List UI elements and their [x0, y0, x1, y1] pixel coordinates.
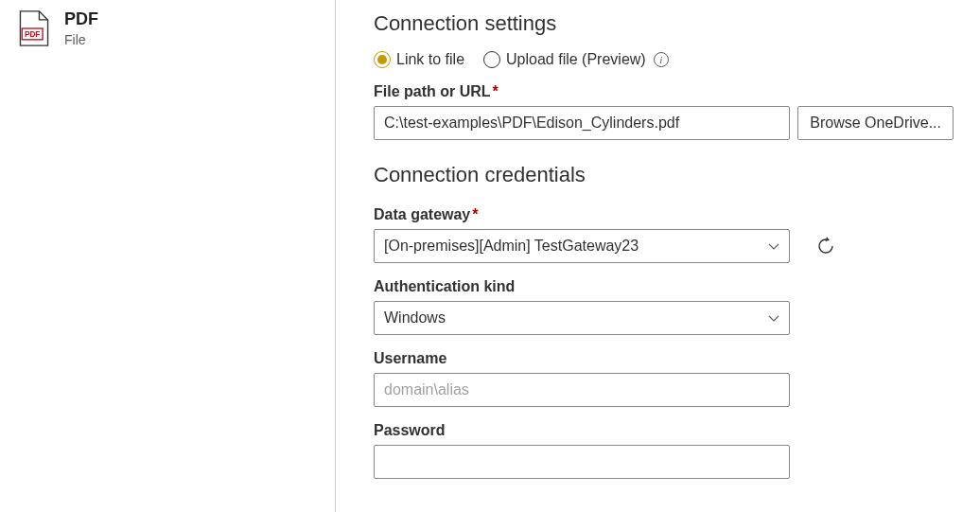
required-indicator: *: [472, 206, 478, 222]
connection-credentials-heading: Connection credentials: [374, 163, 954, 187]
connection-settings-heading: Connection settings: [374, 11, 954, 36]
refresh-gateway-button[interactable]: [813, 233, 839, 259]
file-path-label: File path or URL*: [374, 83, 954, 100]
required-indicator: *: [493, 83, 499, 99]
data-gateway-label: Data gateway*: [374, 206, 954, 223]
connector-subtitle: File: [64, 32, 98, 47]
authentication-kind-select[interactable]: Windows: [374, 301, 790, 335]
upload-file-radio[interactable]: Upload file (Preview) i: [483, 51, 669, 68]
select-value: Windows: [384, 309, 446, 327]
connector-header: PDF PDF File: [17, 9, 318, 47]
radio-selected-icon: [374, 51, 391, 68]
authentication-kind-label: Authentication kind: [374, 278, 954, 295]
radio-label: Upload file (Preview): [506, 51, 646, 68]
connector-title: PDF: [64, 9, 98, 30]
browse-onedrive-button[interactable]: Browse OneDrive...: [797, 106, 954, 140]
svg-text:PDF: PDF: [25, 30, 40, 39]
main-panel: Connection settings Link to file Upload …: [336, 0, 980, 512]
link-to-file-radio[interactable]: Link to file: [374, 51, 464, 68]
radio-label: Link to file: [396, 51, 464, 68]
file-path-input[interactable]: [374, 106, 790, 140]
select-value: [On-premises][Admin] TestGateway23: [384, 238, 639, 255]
data-gateway-select[interactable]: [On-premises][Admin] TestGateway23: [374, 229, 790, 263]
password-label: Password: [374, 422, 954, 439]
radio-unselected-icon: [483, 51, 500, 68]
chevron-down-icon: [767, 311, 780, 325]
username-label: Username: [374, 350, 954, 367]
file-source-radio-group: Link to file Upload file (Preview) i: [374, 51, 954, 68]
info-icon[interactable]: i: [654, 52, 669, 67]
password-input[interactable]: [374, 445, 790, 479]
username-input[interactable]: [374, 373, 790, 407]
sidebar: PDF PDF File: [0, 0, 336, 512]
pdf-file-icon: PDF: [17, 9, 51, 47]
refresh-icon: [816, 237, 835, 256]
chevron-down-icon: [767, 239, 780, 253]
